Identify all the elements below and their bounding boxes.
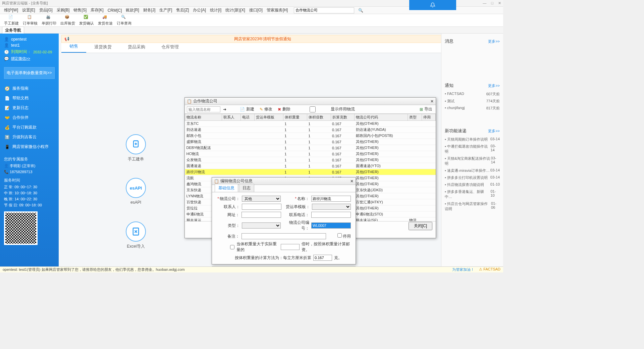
remark-input[interactable] xyxy=(241,233,326,239)
toolbar-query[interactable]: 🔍订单查询 xyxy=(117,15,131,26)
flow-node-esapi[interactable]: esAPI esAPI xyxy=(126,178,146,205)
feat-row[interactable]: • 抖店物流探查功能说明01-10 xyxy=(445,181,500,188)
tab-return[interactable]: 退货换货 xyxy=(86,41,120,53)
tab-log[interactable]: 日志 xyxy=(239,184,254,192)
global-search-input[interactable] xyxy=(294,7,354,13)
type-select[interactable] xyxy=(242,222,281,229)
grid-row[interactable]: 邮政小包110.167邮政国内小包(POSTB) xyxy=(185,133,436,139)
template-select[interactable] xyxy=(312,204,351,210)
feat-row[interactable]: • 抖店云仓与网店管家操作说明01-06 xyxy=(445,200,500,212)
menu-item[interactable]: 维护[W] xyxy=(3,7,19,14)
menu-item[interactable]: 库存[K] xyxy=(89,7,105,14)
msg-more[interactable]: 更多>> xyxy=(488,39,500,44)
delete-button[interactable]: ✖删除 xyxy=(276,106,292,112)
grid-header[interactable]: 联系人 xyxy=(222,114,240,121)
tel-input[interactable] xyxy=(311,212,351,218)
notice-more[interactable]: 更多>> xyxy=(488,83,500,88)
feat-row[interactable]: • 拼多多云打印机设置说明03-14 xyxy=(445,174,500,181)
grid-header[interactable]: 体积重量 xyxy=(283,114,307,121)
sidebar-link-help[interactable]: 📄帮助文档 xyxy=(0,93,59,103)
dialog-close[interactable]: ✕ xyxy=(430,99,434,104)
vol-factor-input[interactable] xyxy=(281,244,300,250)
search-icon[interactable]: 🔍 xyxy=(357,7,365,13)
feat-row[interactable]: • 天猫&淘宝商家配送操作说明03-14 xyxy=(445,155,500,167)
sidebar-link-guide[interactable]: 🧭服务指南 xyxy=(0,84,59,93)
grid-header[interactable]: 电话 xyxy=(240,114,254,121)
menu-item[interactable]: 统计(新)[X] xyxy=(224,7,247,14)
toolbar-audit[interactable]: 📋订单审核 xyxy=(23,15,38,26)
flow-node-manual[interactable]: 手工建单 xyxy=(126,134,146,162)
sidebar-link-miniapp[interactable]: 📱网店管家微信小程序 xyxy=(0,142,59,152)
grid-header[interactable]: 类型 xyxy=(408,114,422,121)
flow-node-excel[interactable]: Excel导入 xyxy=(126,221,146,249)
tab-basic[interactable]: 基础信息 xyxy=(215,184,238,192)
feat-more[interactable]: 更多>> xyxy=(488,129,500,134)
window-maximize[interactable]: □ xyxy=(491,1,493,5)
status-cheer[interactable]: 为管家加油！ xyxy=(452,267,474,272)
sidebar-link-upgrade[interactable]: ⬆️升级到吉客云 xyxy=(0,132,59,142)
code-input[interactable] xyxy=(311,222,351,229)
notification-bell-area[interactable] xyxy=(409,0,456,10)
url-input[interactable] xyxy=(241,212,281,218)
menu-item[interactable]: 采购[B] xyxy=(55,7,71,14)
menu-item[interactable]: 财务[J] xyxy=(142,7,157,14)
grid-header[interactable]: 物流公司代码 xyxy=(355,114,408,121)
toolbar-confirm[interactable]: ✅发货确认 xyxy=(79,15,94,26)
bind-wechat-link[interactable]: 绑定微信>> xyxy=(11,56,30,61)
tab-warehouse[interactable]: 仓库管理 xyxy=(153,41,187,53)
toolbar-print[interactable]: 🖨️单据打印 xyxy=(42,15,56,26)
notice-row[interactable]: • 测试774天前 xyxy=(445,98,500,105)
grid-header[interactable]: 物流名称 xyxy=(185,114,222,121)
menu-item[interactable]: CRM[C] xyxy=(106,7,123,13)
window-minimize[interactable]: — xyxy=(483,1,486,5)
menu-item[interactable]: 生产[F] xyxy=(158,7,173,14)
volume-checkbox[interactable] xyxy=(230,245,234,249)
menu-item[interactable]: 办公[A] xyxy=(192,7,207,14)
sidebar-link-rebate[interactable]: 💰平台订购返款 xyxy=(0,122,59,132)
toolbar-transit[interactable]: 🚚发货在途 xyxy=(98,15,113,26)
feat-row[interactable]: • 速卖通-miravia订单操作…03-14 xyxy=(445,167,500,174)
notice-row[interactable]: • chunjifangj817天前 xyxy=(445,105,500,112)
grid-row[interactable]: 韵达速递110.167韵达速递(YUNDA) xyxy=(185,127,436,133)
dialog-close[interactable]: ✕ xyxy=(350,179,354,184)
grid-row[interactable]: 路径川物流110.167其他(OTHER) xyxy=(185,169,436,175)
feat-row[interactable]: • 中通拦截退改功能操作说明03-14 xyxy=(445,143,500,155)
search-go-icon[interactable]: ➜ xyxy=(223,107,226,112)
menu-item[interactable]: 设置[E] xyxy=(21,7,37,14)
menu-item[interactable]: 货品[G] xyxy=(38,7,54,14)
logistics-search-input[interactable] xyxy=(187,106,220,112)
grid-row[interactable]: 众发物流110.167其他(OTHER) xyxy=(185,157,436,163)
toolbar-outbound[interactable]: 📦出库验货 xyxy=(60,15,75,26)
menu-item[interactable]: 管家服务[H] xyxy=(265,7,289,14)
grid-row[interactable]: 圆通速递110.167圆通速递(YTO) xyxy=(185,163,436,169)
disable-checkbox[interactable]: 停用 xyxy=(328,233,351,239)
feat-row[interactable]: • 拼多多香港集运、新疆中…01-10 xyxy=(445,188,500,200)
status-fact[interactable]: ⚠ FACTSAD xyxy=(479,267,500,272)
announcement-bar[interactable]: 📢 网店管家2023年清明节放假通知 网 xyxy=(61,35,456,43)
company-select[interactable]: 其他 xyxy=(242,196,281,202)
grid-header[interactable]: 停用 xyxy=(422,114,436,121)
menu-item[interactable]: 接口[O] xyxy=(248,7,264,14)
name-input[interactable] xyxy=(311,196,351,202)
menu-item[interactable]: 统计[I] xyxy=(209,7,223,14)
nav-tab-active[interactable]: 业务导航 xyxy=(2,27,24,34)
list-close-button[interactable]: 关闭[C] xyxy=(409,222,432,230)
feat-row[interactable]: • 天猫周期购订单操作说明03-14 xyxy=(445,136,500,143)
grid-row[interactable]: HC物流110.167其他(OTHER) xyxy=(185,151,436,157)
window-close[interactable]: ✕ xyxy=(498,1,501,5)
grid-row[interactable]: DEBY物流配送110.167其他(OTHER) xyxy=(185,145,436,151)
grid-header[interactable]: 体积倍数 xyxy=(307,114,331,121)
grid-header[interactable]: 折算克数 xyxy=(331,114,355,121)
contact-input[interactable] xyxy=(242,204,281,210)
tab-purchase[interactable]: 货品采购 xyxy=(120,41,153,53)
edit-button[interactable]: ✎修改 xyxy=(258,106,274,112)
grid-row[interactable]: 盛辉物流110.167其他(OTHER) xyxy=(185,139,436,145)
sidebar-link-changelog[interactable]: 📝更新日志 xyxy=(0,103,59,113)
menu-item[interactable]: 售后[Z] xyxy=(175,7,190,14)
grid-header[interactable]: 货运单模板 xyxy=(255,114,283,121)
grid-row[interactable]: 京东TC110.167其他(OTHER) xyxy=(185,121,436,127)
toolbar-new[interactable]: 📄手工新建 xyxy=(4,15,19,26)
menu-item[interactable]: 销售[S] xyxy=(72,7,88,14)
menu-item[interactable]: 账款[R] xyxy=(124,7,140,14)
show-disabled-checkbox[interactable]: 显示停用物流 xyxy=(294,106,356,112)
